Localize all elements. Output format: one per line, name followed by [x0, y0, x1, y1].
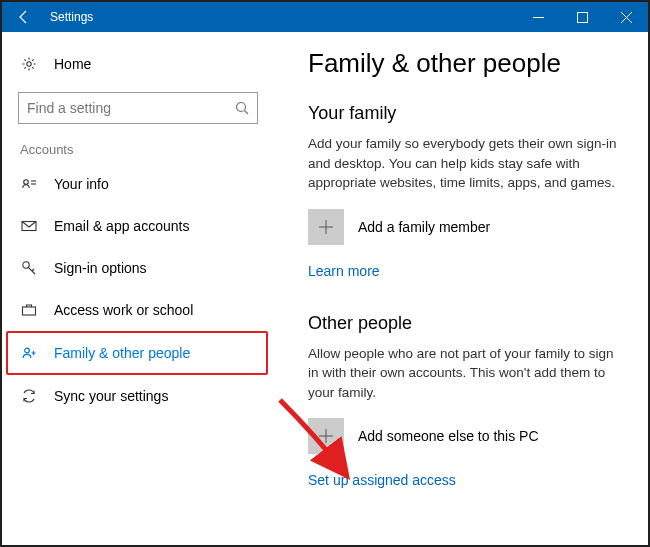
- page-title: Family & other people: [308, 48, 624, 79]
- svg-point-11: [23, 262, 29, 268]
- assigned-access-link[interactable]: Set up assigned access: [308, 472, 456, 488]
- search-box[interactable]: [18, 92, 258, 124]
- sidebar-item-label: Email & app accounts: [54, 218, 189, 234]
- sidebar-item-your-info[interactable]: Your info: [2, 163, 274, 205]
- search-input[interactable]: [27, 100, 235, 116]
- sidebar-item-sync[interactable]: Sync your settings: [2, 375, 274, 417]
- sidebar: Home Accounts Your info Emai: [2, 32, 274, 545]
- section-heading-family: Your family: [308, 103, 624, 124]
- briefcase-icon: [20, 302, 38, 318]
- sync-icon: [20, 388, 38, 404]
- minimize-icon: [533, 12, 544, 23]
- key-icon: [20, 260, 38, 276]
- back-button[interactable]: [2, 2, 46, 32]
- close-button[interactable]: [604, 2, 648, 32]
- section-heading-other: Other people: [308, 313, 624, 334]
- gear-icon: [20, 56, 38, 72]
- sidebar-item-email[interactable]: Email & app accounts: [2, 205, 274, 247]
- close-icon: [621, 12, 632, 23]
- sidebar-home-label: Home: [54, 56, 91, 72]
- add-family-label: Add a family member: [358, 219, 490, 235]
- sidebar-item-label: Sync your settings: [54, 388, 168, 404]
- sidebar-item-work[interactable]: Access work or school: [2, 289, 274, 331]
- svg-point-7: [24, 180, 29, 185]
- section-desc-other: Allow people who are not part of your fa…: [308, 344, 624, 403]
- content-pane: Family & other people Your family Add yo…: [274, 32, 648, 545]
- search-icon: [235, 101, 249, 115]
- svg-line-6: [245, 111, 249, 115]
- section-desc-family: Add your family so everybody gets their …: [308, 134, 624, 193]
- svg-point-5: [237, 103, 246, 112]
- plus-box-icon: [308, 418, 344, 454]
- arrow-left-icon: [16, 9, 32, 25]
- sidebar-section-label: Accounts: [2, 142, 274, 157]
- sidebar-item-label: Sign-in options: [54, 260, 147, 276]
- minimize-button[interactable]: [516, 2, 560, 32]
- sidebar-item-family[interactable]: Family & other people: [6, 331, 268, 375]
- plus-box-icon: [308, 209, 344, 245]
- learn-more-link[interactable]: Learn more: [308, 263, 380, 279]
- mail-icon: [20, 218, 38, 234]
- add-someone-label: Add someone else to this PC: [358, 428, 539, 444]
- add-someone-else-button[interactable]: Add someone else to this PC: [308, 418, 624, 454]
- sidebar-item-signin[interactable]: Sign-in options: [2, 247, 274, 289]
- sidebar-nav: Your info Email & app accounts Sign-in o…: [2, 163, 274, 417]
- sidebar-home[interactable]: Home: [2, 46, 274, 82]
- svg-point-4: [27, 62, 31, 66]
- maximize-button[interactable]: [560, 2, 604, 32]
- svg-point-13: [25, 348, 30, 353]
- sidebar-item-label: Access work or school: [54, 302, 193, 318]
- window-title: Settings: [50, 10, 93, 24]
- svg-rect-1: [577, 12, 587, 22]
- svg-rect-12: [23, 307, 36, 315]
- add-family-member-button[interactable]: Add a family member: [308, 209, 624, 245]
- sidebar-item-label: Your info: [54, 176, 109, 192]
- titlebar: Settings: [2, 2, 648, 32]
- people-icon: [20, 345, 38, 361]
- maximize-icon: [577, 12, 588, 23]
- sidebar-item-label: Family & other people: [54, 345, 190, 361]
- person-card-icon: [20, 176, 38, 192]
